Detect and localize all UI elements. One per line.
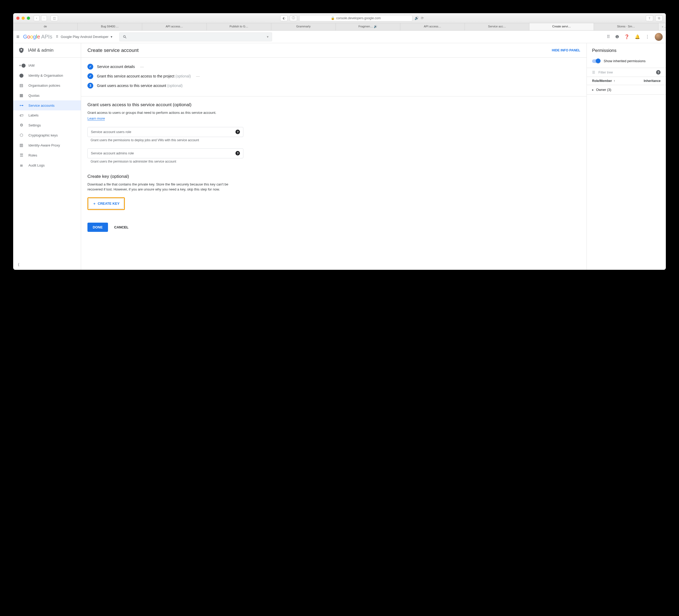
extension-button-1[interactable]: ◐ [280, 15, 288, 21]
stepper: Service account details — Grant this ser… [81, 58, 587, 96]
tree-row-owner[interactable]: ▸ Owner (3) [587, 85, 666, 95]
minimize-window-icon[interactable] [22, 17, 25, 20]
check-icon [88, 73, 93, 79]
create-key-button[interactable]: ＋ CREATE KEY [89, 199, 124, 209]
content: Create service account HIDE INFO PANEL S… [81, 43, 587, 270]
close-window-icon[interactable] [16, 17, 20, 20]
gear-icon: ⚙ [19, 123, 24, 127]
section-heading-create-key: Create key (optional) [88, 174, 244, 179]
edit-dash-icon: — [140, 65, 144, 69]
more-icon[interactable]: ⋮ [645, 34, 649, 39]
avatar[interactable] [655, 33, 663, 41]
roles-icon: ☰ [19, 153, 24, 158]
service-account-icon: ⊶ [19, 103, 24, 108]
address-bar[interactable]: 🔒 console.developers.google.com [299, 15, 413, 21]
quota-icon: ▦ [19, 93, 24, 98]
alert-icon[interactable]: ❶ [615, 34, 619, 39]
collapse-sidebar-button[interactable]: ⟨ [13, 259, 81, 270]
step-2[interactable]: Grant this service account access to the… [88, 71, 580, 81]
back-button[interactable]: ‹ [34, 15, 39, 21]
browser-window: ‹ › ◫ ◐ ⓘ 🔒 console.developers.google.co… [13, 13, 666, 270]
project-icon: ⠿ [56, 35, 59, 39]
logs-icon: ≣ [19, 163, 24, 167]
browser-tab-strip: de Bug 59400:… API access… Publish to G…… [13, 23, 666, 31]
service-account-users-role-input[interactable]: Service account users role ? [88, 127, 244, 137]
extension-button-2[interactable]: ⓘ [290, 15, 297, 21]
check-icon [88, 64, 93, 69]
sort-arrow-icon[interactable]: ↑ [613, 79, 615, 83]
sidebar-header: IAM & admin [13, 43, 81, 58]
sidebar-item-iam[interactable]: +⬤IAM [13, 60, 81, 70]
browser-tab[interactable]: API access… [400, 23, 465, 30]
sidebar-item-quotas[interactable]: ▦Quotas [13, 90, 81, 100]
step-1[interactable]: Service account details — [88, 62, 580, 71]
share-button[interactable]: ⇪ [646, 15, 653, 21]
policy-icon: ▤ [19, 83, 24, 88]
chevron-down-icon: ▾ [267, 35, 269, 39]
search-icon [123, 35, 127, 39]
done-button[interactable]: DONE [88, 223, 108, 232]
sidebar-item-iap[interactable]: ▥Identity-Aware Proxy [13, 140, 81, 150]
person-icon: ⬤ [19, 73, 24, 78]
sidebar-item-roles[interactable]: ☰Roles [13, 150, 81, 160]
toggle-label: Show inherited permissions [604, 59, 646, 63]
learn-more-link[interactable]: Learn more [88, 117, 105, 121]
help-icon[interactable]: ? [235, 151, 240, 155]
gift-icon[interactable]: ⠿ [607, 34, 610, 39]
browser-tab-active[interactable]: Create servi… [529, 23, 594, 30]
table-header: Role/Member ↑ Inheritance [587, 77, 666, 85]
help-icon[interactable]: ? [235, 130, 240, 134]
tabs-overview-button[interactable]: ⧉ [655, 15, 663, 21]
browser-tab[interactable]: Grammarly [271, 23, 336, 30]
section-heading-grant-users: Grant users access to this service accou… [88, 102, 244, 107]
browser-tab[interactable]: API access… [142, 23, 207, 30]
url-text: console.developers.google.com [336, 16, 381, 20]
sidebar-item-audit-logs[interactable]: ≣Audit Logs [13, 160, 81, 170]
edit-dash-icon: — [196, 74, 200, 78]
browser-tab[interactable]: de [13, 23, 78, 30]
new-tab-button[interactable]: ＋ [658, 23, 666, 30]
fullscreen-window-icon[interactable] [27, 17, 30, 20]
project-name: Google Play Android Developer [61, 35, 108, 39]
hide-info-panel-button[interactable]: HIDE INFO PANEL [552, 49, 580, 52]
create-key-highlight: ＋ CREATE KEY [88, 197, 125, 210]
forward-button[interactable]: › [41, 15, 47, 21]
page-title: Create service account [88, 48, 138, 53]
panel-title: Permissions [592, 48, 660, 53]
sidebar: IAM & admin +⬤IAM ⬤Identity & Organisati… [13, 43, 81, 270]
sidebar-toggle-button[interactable]: ◫ [51, 15, 58, 21]
browser-tab[interactable]: Bug 59400:… [78, 23, 142, 30]
section-description: Download a file that contains the privat… [88, 182, 244, 192]
proxy-icon: ▥ [19, 143, 24, 148]
browser-tab[interactable]: Fragmen… 🔊 [336, 23, 400, 30]
sidebar-item-settings[interactable]: ⚙Settings [13, 120, 81, 130]
google-apis-logo[interactable]: Google APIs [23, 34, 53, 40]
sidebar-item-crypto-keys[interactable]: ⬡Cryptographic keys [13, 130, 81, 140]
hamburger-icon[interactable]: ≡ [16, 34, 20, 40]
service-account-admins-role-input[interactable]: Service account admins role ? [88, 148, 244, 158]
app-header: ≡ Google APIs ⠿ Google Play Android Deve… [13, 31, 666, 43]
help-icon[interactable]: ? [656, 70, 660, 74]
project-selector[interactable]: ⠿ Google Play Android Developer ▾ [56, 35, 112, 39]
search-input[interactable]: ▾ [119, 32, 272, 41]
sidebar-item-identity[interactable]: ⬤Identity & Organisation [13, 70, 81, 80]
sidebar-item-service-accounts[interactable]: ⊶Service accounts [13, 100, 81, 111]
reader-icon[interactable]: 🔊 [415, 16, 419, 20]
shield-icon [19, 48, 24, 53]
inherited-permissions-toggle[interactable] [592, 59, 600, 63]
help-icon[interactable]: ❓ [624, 34, 629, 39]
filter-icon[interactable]: ☰ [592, 70, 595, 74]
filter-tree-input[interactable]: Filter tree [599, 70, 653, 74]
section-description: Grant access to users or groups that nee… [88, 110, 244, 115]
sidebar-item-labels[interactable]: 🏷Labels [13, 111, 81, 120]
notifications-icon[interactable]: 🔔 [635, 34, 640, 39]
browser-tab[interactable]: Publish to G… [207, 23, 271, 30]
key-shield-icon: ⬡ [19, 133, 24, 137]
reload-icon[interactable]: ⟳ [421, 16, 424, 20]
titlebar: ‹ › ◫ ◐ ⓘ 🔒 console.developers.google.co… [13, 13, 666, 23]
browser-tab[interactable]: Service acc… [465, 23, 529, 30]
browser-tab[interactable]: Stores · Sm… [594, 23, 658, 30]
sidebar-item-org-policies[interactable]: ▤Organisation policies [13, 80, 81, 90]
cancel-button[interactable]: CANCEL [114, 225, 129, 229]
svg-point-0 [21, 49, 22, 51]
